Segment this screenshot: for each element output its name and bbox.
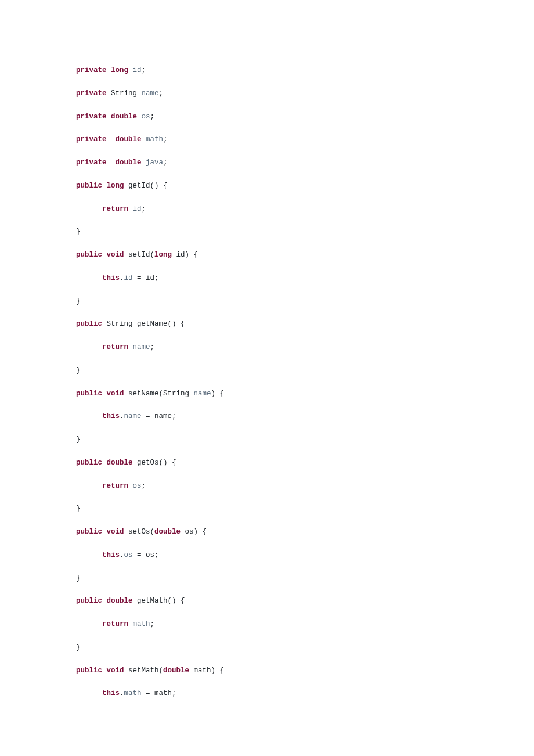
code-line: public void setName(String name) { (76, 388, 534, 399)
code-token: name (194, 390, 211, 398)
code-token: = os; (133, 551, 159, 559)
code-token: public (76, 597, 102, 605)
code-token: } (76, 228, 81, 236)
code-token (76, 205, 102, 213)
code-token: getId() { (124, 182, 168, 190)
code-line: public void setOs(double os) { (76, 527, 534, 538)
code-line: this.os = os; (76, 550, 534, 561)
code-token: os) { (181, 528, 207, 536)
code-token: setName(String (124, 390, 194, 398)
code-token (128, 620, 133, 628)
code-token: ; (142, 66, 146, 74)
code-token: void (107, 667, 124, 675)
code-line: this.id = id; (76, 273, 534, 284)
code-token: this (102, 274, 120, 282)
code-token: private (76, 89, 107, 98)
code-token: long (154, 251, 172, 259)
code-token (128, 343, 133, 351)
code-token (128, 66, 133, 74)
code-line: } (76, 296, 534, 307)
code-token: long (111, 66, 128, 74)
code-token: = id; (133, 274, 159, 282)
code-line: public double getMath() { (76, 596, 534, 607)
code-line: public void setId(long id) { (76, 250, 534, 261)
code-line: } (76, 573, 534, 584)
code-token: return (102, 205, 128, 213)
code-token: public (76, 390, 102, 398)
code-token (128, 205, 133, 213)
code-token: os (124, 551, 133, 559)
code-token (142, 159, 146, 167)
code-token: public (76, 320, 102, 328)
code-token: math (146, 135, 163, 143)
code-token: os (142, 113, 150, 121)
code-token: ; (163, 135, 168, 143)
code-token: os (133, 482, 142, 490)
code-token: double (116, 135, 142, 143)
code-token: ; (150, 620, 155, 628)
code-line: } (76, 365, 534, 376)
code-line: this.math = math; (76, 688, 534, 699)
code-line: public String getName() { (76, 319, 534, 330)
code-token (107, 113, 111, 121)
code-token (102, 390, 107, 398)
code-line: this.name = name; (76, 411, 534, 422)
code-token: name (124, 412, 142, 420)
code-token: . (120, 551, 124, 559)
code-token: return (102, 620, 128, 628)
code-token: } (76, 297, 81, 305)
code-token: . (120, 689, 124, 697)
code-token (137, 113, 142, 121)
code-token (102, 251, 107, 259)
code-token (107, 159, 116, 167)
code-token: this (102, 412, 120, 420)
code-token: math (133, 620, 150, 628)
code-token: long (107, 182, 124, 190)
code-token (102, 459, 107, 467)
code-line: public void setMath(double math) { (76, 665, 534, 676)
code-line: private double math; (76, 134, 534, 145)
code-token: id) { (172, 251, 198, 259)
code-token: private (76, 66, 107, 74)
code-line: private double java; (76, 157, 534, 168)
code-token (107, 135, 116, 143)
code-token: id (133, 66, 142, 74)
code-token: setOs( (124, 528, 155, 536)
code-token (76, 274, 102, 282)
code-token: void (107, 528, 124, 536)
code-token (107, 89, 111, 98)
code-token (102, 528, 107, 536)
code-token: } (76, 574, 81, 582)
code-token: this (102, 551, 120, 559)
code-token: double (116, 159, 142, 167)
code-token: public (76, 251, 102, 259)
code-token: public (76, 459, 102, 467)
code-token (76, 412, 102, 420)
code-token (76, 482, 102, 490)
code-token (102, 182, 107, 190)
code-token (76, 343, 102, 351)
code-token (128, 482, 133, 490)
code-token: ) { (211, 390, 225, 398)
code-token: } (76, 435, 81, 444)
code-token: String (111, 89, 142, 98)
code-line: } (76, 434, 534, 445)
code-line: private double os; (76, 111, 534, 123)
code-token: private (76, 135, 107, 143)
code-token: . (120, 274, 124, 282)
code-block: private long id;private String name;priv… (76, 65, 534, 699)
code-token: double (111, 113, 137, 121)
code-token: setId( (124, 251, 155, 259)
code-token: ; (150, 343, 155, 351)
code-token: void (107, 251, 124, 259)
code-token: double (107, 597, 133, 605)
code-line: private long id; (76, 65, 534, 76)
code-token: ; (159, 89, 164, 98)
code-token: getMath() { (133, 597, 185, 605)
code-token: ; (142, 205, 146, 213)
code-token: return (102, 482, 128, 490)
code-token (142, 135, 146, 143)
code-token: id (124, 274, 133, 282)
code-line: private String name; (76, 88, 534, 99)
code-token (76, 551, 102, 559)
